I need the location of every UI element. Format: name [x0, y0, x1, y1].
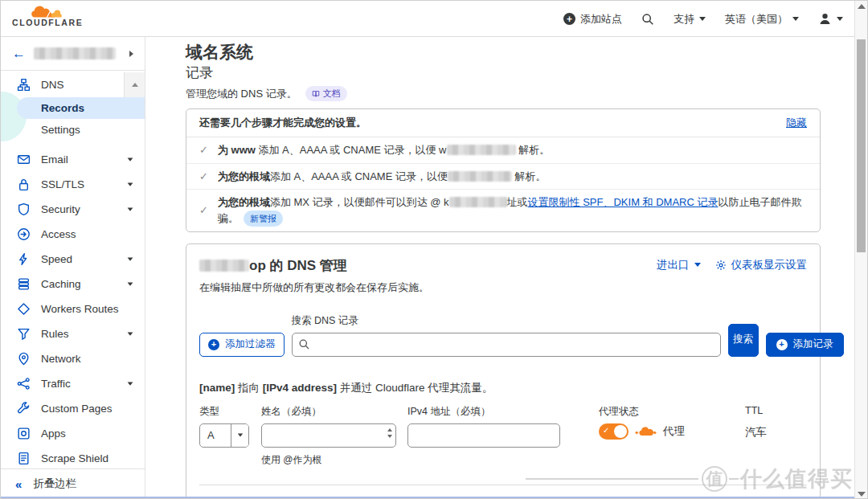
scrollbar[interactable] — [854, 1, 867, 499]
language-menu[interactable]: 英语（美国） — [725, 12, 799, 27]
new-record-form: 类型 A 姓名（必填） 使用 @作为根 IPv4 地址（必填） — [199, 405, 807, 467]
add-record-label: 添加记录 — [793, 337, 833, 351]
sidebar-item-label: Security — [41, 203, 80, 215]
wrench-icon — [17, 402, 31, 415]
add-site-button[interactable]: + 添加站点 — [563, 12, 622, 27]
sidebar-item-rules[interactable]: Rules — [1, 321, 145, 346]
search-icon — [298, 338, 310, 350]
setup-heading: 还需要几个步骤才能完成您的设置。 — [199, 116, 366, 130]
search-dns-input[interactable] — [292, 333, 721, 357]
map-pin-icon — [17, 352, 31, 366]
type-select-value: A — [200, 424, 231, 447]
lightning-icon — [17, 252, 31, 266]
search-dns-label: 搜索 DNS 记录 — [292, 314, 721, 328]
back-arrow-icon[interactable]: ← — [12, 47, 26, 60]
sidebar-item-email[interactable]: Email — [1, 147, 145, 172]
sidebar: ← DNS Records Settings Email — [1, 37, 145, 498]
page-subtitle: 记录 — [186, 63, 854, 82]
chevron-right-icon[interactable] — [129, 51, 133, 57]
display-settings-label: 仪表板显示设置 — [731, 258, 808, 272]
name-input[interactable] — [261, 423, 396, 448]
sidebar-item-caching[interactable]: Caching — [1, 272, 145, 297]
window-bottom-edge — [1, 497, 854, 498]
sidebar-item-label: Speed — [41, 253, 72, 265]
email-icon — [17, 153, 31, 166]
collapse-sidebar-button[interactable]: « 折叠边栏 — [1, 468, 145, 498]
checkmark-icon: ✓ — [199, 142, 208, 158]
dns-card-title: op 的 DNS 管理 — [199, 256, 347, 275]
account-menu[interactable] — [818, 12, 843, 26]
setup-step-text: 为您的根域添加 MX 记录，以便邮件可以到达 @ k址或设置限制性 SPF、DK… — [218, 194, 807, 227]
sidebar-item-dns[interactable]: DNS — [1, 72, 145, 97]
sidebar-item-ssl-tls[interactable]: SSL/TLS — [1, 172, 145, 197]
sidebar-item-access[interactable]: Access — [1, 222, 145, 247]
new-alert-badge[interactable]: 新警报 — [244, 211, 283, 227]
sidebar-item-records[interactable]: Records — [17, 97, 145, 119]
docs-badge[interactable]: 文档 — [305, 86, 347, 101]
sidebar-item-label: Records — [41, 102, 84, 114]
smzdm-watermark: 值 什么值得买 — [526, 464, 853, 493]
sidebar-item-scrape-shield[interactable]: Scrape Shield — [1, 446, 145, 471]
sidebar-item-label: Network — [41, 353, 81, 365]
lock-icon — [17, 178, 31, 191]
funnel-icon — [17, 327, 31, 341]
sidebar-item-workers-routes[interactable]: Workers Routes — [1, 297, 145, 321]
sidebar-item-label: Custom Pages — [41, 403, 113, 415]
proxy-status-value: 代理 — [663, 424, 685, 439]
plus-icon: + — [776, 339, 788, 350]
scroll-up-arrow[interactable] — [858, 4, 866, 9]
chevron-down-icon — [699, 17, 706, 21]
scrollbar-thumb[interactable] — [857, 39, 866, 252]
setup-step-1: ✓ 为 www 添加 A、AAAA 或 CNAME 记录，以便 w 解析。 — [186, 137, 820, 164]
sidebar-header: ← — [1, 37, 145, 71]
ttl-value: 汽车 — [745, 425, 767, 440]
chevron-down-icon — [128, 207, 133, 211]
caching-icon — [17, 277, 31, 291]
plus-icon: + — [563, 13, 575, 25]
name-label: 姓名（必填） — [261, 405, 396, 419]
page-title: 域名系统 — [186, 43, 854, 61]
add-filter-label: 添加过滤器 — [225, 337, 276, 351]
dns-card-description: 在编辑抽屉中所做的所有更改都会在保存后实施。 — [199, 280, 807, 295]
scroll-down-arrow[interactable] — [858, 492, 866, 497]
sidebar-item-network[interactable]: Network — [1, 346, 145, 371]
setup-step-text: 为您的根域添加 A、AAAA 或 CNAME 记录，以便 解析。 — [218, 169, 547, 185]
apps-icon — [17, 427, 31, 440]
sidebar-item-label: Email — [41, 153, 68, 166]
sidebar-item-security[interactable]: Security — [1, 197, 145, 222]
add-filter-button[interactable]: + 添加过滤器 — [199, 333, 285, 357]
watermark-text: 什么值得买 — [740, 464, 853, 493]
support-menu[interactable]: 支持 — [674, 12, 706, 27]
access-icon — [17, 227, 31, 241]
proxy-status-label: 代理状态 — [599, 405, 713, 419]
stepper-up-icon[interactable] — [387, 428, 392, 432]
type-select[interactable]: A — [199, 423, 249, 448]
sidebar-item-custom-pages[interactable]: Custom Pages — [1, 396, 145, 421]
sidebar-item-apps[interactable]: Apps — [1, 421, 145, 446]
sidebar-item-speed[interactable]: Speed — [1, 247, 145, 272]
proxied-cloud-icon — [635, 425, 657, 438]
search-button[interactable]: 搜索 — [728, 324, 759, 357]
add-record-button[interactable]: + 添加记录 — [766, 333, 844, 357]
proxy-toggle[interactable]: ✓ — [599, 423, 628, 440]
stepper-down-icon[interactable] — [387, 435, 392, 438]
dns-collapse-control[interactable] — [124, 72, 145, 97]
search-icon[interactable] — [641, 13, 654, 26]
traffic-icon — [17, 377, 31, 391]
cloudflare-logo[interactable]: CLOUDFLARE — [12, 3, 76, 27]
sidebar-item-label: Workers Routes — [41, 303, 119, 315]
dns-icon — [17, 78, 31, 92]
hide-link[interactable]: 隐藏 — [786, 116, 807, 130]
dns-management-card: op 的 DNS 管理 进出口 仪表板显示设置 — [186, 243, 821, 498]
dashboard-display-settings-link[interactable]: 仪表板显示设置 — [715, 258, 808, 272]
sidebar-item-label: Traffic — [41, 378, 71, 390]
sidebar-item-settings[interactable]: Settings — [1, 119, 145, 141]
import-export-menu[interactable]: 进出口 — [657, 258, 701, 272]
sidebar-item-traffic[interactable]: Traffic — [1, 371, 145, 396]
language-label: 英语（美国） — [725, 12, 788, 27]
ipv4-input[interactable] — [407, 423, 560, 448]
stepper-control[interactable] — [387, 428, 392, 438]
spf-dkim-dmarc-link[interactable]: 设置限制性 SPF、DKIM 和 DMARC 记录 — [528, 196, 719, 208]
import-export-label: 进出口 — [657, 258, 690, 272]
cloudflare-dashboard: CLOUDFLARE + 添加站点 支持 英语（美国） — [0, 0, 868, 499]
